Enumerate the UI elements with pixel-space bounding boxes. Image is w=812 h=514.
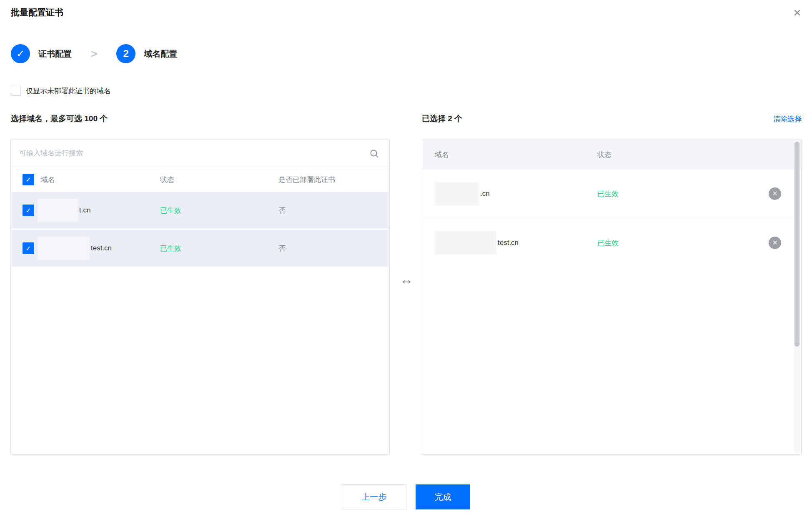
domain-text: .cn: [480, 190, 490, 198]
selected-row: test.cn 已生效 ×: [422, 218, 801, 267]
selected-domains-panel: 域名 状态 .cn 已生效 × test.cn 已生效 ×: [422, 140, 802, 455]
deployed-value: 否: [278, 206, 286, 215]
search-input[interactable]: [11, 140, 389, 167]
redacted-domain-box: [435, 231, 496, 255]
previous-step-button[interactable]: 上一步: [342, 484, 406, 509]
table-row[interactable]: ✓ test.cn 已生效 否: [11, 230, 389, 267]
page-title: 批量配置证书: [11, 7, 63, 18]
finish-button[interactable]: 完成: [416, 484, 470, 509]
status-badge: 已生效: [597, 189, 619, 198]
selected-row: .cn 已生效 ×: [422, 169, 801, 218]
domain-cell: test.cn: [38, 230, 112, 267]
domain-cell: .cn: [435, 169, 490, 218]
step-2-number-badge: 2: [116, 44, 135, 63]
stepper: ✓ 证书配置 > 2 域名配置: [11, 43, 177, 64]
search-row: [11, 140, 389, 167]
col-header-deployed: 是否已部署此证书: [278, 175, 335, 185]
remove-icon[interactable]: ×: [769, 237, 781, 249]
domain-text: test.cn: [498, 239, 519, 247]
right-panel-title: 已选择 2 个: [422, 113, 462, 124]
transfer-arrow-icon: ↔: [397, 272, 416, 287]
chevron-right-icon: >: [91, 47, 97, 60]
clear-selection-link[interactable]: 清除选择: [773, 114, 802, 124]
domain-cell: test.cn: [435, 218, 519, 267]
remove-icon[interactable]: ×: [769, 187, 781, 200]
step-2-label: 域名配置: [144, 48, 177, 60]
left-panel-title: 选择域名，最多可选 100 个: [11, 113, 108, 124]
domain-text: test.cn: [91, 244, 112, 252]
row-checkbox[interactable]: ✓: [23, 242, 34, 254]
table-row[interactable]: ✓ t.cn 已生效 否: [11, 192, 389, 229]
status-badge: 已生效: [160, 244, 181, 253]
col-header-status: 状态: [160, 175, 174, 185]
status-badge: 已生效: [160, 206, 181, 215]
filter-checkbox[interactable]: [11, 86, 21, 96]
filter-checkbox-row[interactable]: 仅显示未部署此证书的域名: [11, 86, 111, 96]
step-1-done-icon: ✓: [11, 44, 30, 63]
redacted-domain-box: [38, 199, 78, 222]
redacted-domain-box: [38, 237, 90, 260]
step-2-number: 2: [123, 48, 129, 60]
scrollbar-track[interactable]: [794, 141, 800, 454]
search-icon[interactable]: [369, 149, 379, 159]
filter-checkbox-label: 仅显示未部署此证书的域名: [26, 86, 111, 96]
right-table-header: 域名 状态: [422, 140, 801, 169]
domain-text: t.cn: [79, 206, 90, 215]
redacted-domain-box: [435, 182, 479, 205]
domain-select-panel: ✓ 域名 状态 是否已部署此证书 ✓ t.cn 已生效 否 ✓ test.cn …: [10, 140, 390, 455]
col-header-domain: 域名: [435, 150, 449, 159]
domain-cell: t.cn: [38, 192, 90, 229]
select-all-checkbox[interactable]: ✓: [23, 174, 34, 185]
col-header-status: 状态: [597, 150, 612, 159]
step-1-label: 证书配置: [38, 48, 72, 60]
close-icon[interactable]: ×: [793, 6, 801, 19]
deployed-value: 否: [278, 244, 286, 253]
status-badge: 已生效: [597, 238, 619, 248]
col-header-domain: 域名: [41, 175, 55, 185]
left-table-header: ✓ 域名 状态 是否已部署此证书: [11, 167, 389, 192]
scrollbar-thumb[interactable]: [794, 142, 799, 347]
check-icon: ✓: [16, 48, 25, 60]
row-checkbox[interactable]: ✓: [23, 205, 34, 216]
